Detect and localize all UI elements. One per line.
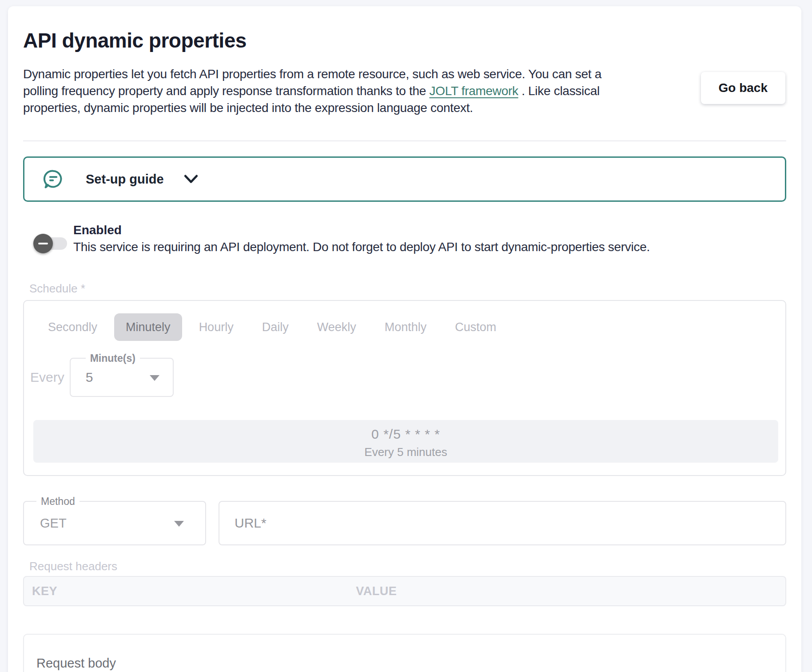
tab-monthly[interactable]: Monthly: [373, 313, 438, 341]
setup-guide-label: Set-up guide: [86, 172, 164, 187]
go-back-button[interactable]: Go back: [701, 72, 785, 104]
toggle-thumb-off: [33, 234, 53, 253]
setup-guide-panel[interactable]: Set-up guide: [23, 156, 786, 202]
request-body-label: Request body: [36, 656, 773, 671]
every-row: Every Minute(s) 5: [30, 358, 778, 397]
page-title: API dynamic properties: [23, 28, 786, 52]
page-header: API dynamic properties Dynamic propertie…: [23, 28, 786, 116]
chevron-down-icon[interactable]: [183, 174, 199, 184]
schedule-tabs: Secondly Minutely Hourly Daily Weekly Mo…: [36, 313, 778, 341]
minutes-select-label: Minute(s): [86, 352, 140, 364]
url-input[interactable]: [219, 502, 785, 544]
cron-expression: 0 */5 * * * *: [33, 427, 778, 442]
jolt-framework-link[interactable]: JOLT framework: [430, 84, 518, 98]
enabled-description: This service is requiring an API deploym…: [73, 239, 650, 255]
dropdown-caret-icon: [174, 521, 184, 527]
schedule-box: Secondly Minutely Hourly Daily Weekly Mo…: [23, 300, 786, 476]
minutes-select-value: 5: [86, 370, 93, 385]
method-select-label: Method: [36, 496, 80, 508]
tab-custom[interactable]: Custom: [443, 313, 508, 341]
header-divider: [23, 140, 786, 141]
cron-preview-box: 0 */5 * * * * Every 5 minutes: [33, 420, 778, 463]
every-label: Every: [30, 370, 64, 385]
tab-minutely[interactable]: Minutely: [114, 313, 182, 341]
schedule-label: Schedule *: [29, 282, 786, 296]
tab-hourly[interactable]: Hourly: [187, 313, 245, 341]
enabled-toggle[interactable]: [33, 234, 67, 253]
request-headers-label: Request headers: [29, 560, 786, 573]
toggle-off-dash-icon: [38, 243, 48, 244]
schedule-section: Schedule * Secondly Minutely Hourly Dail…: [23, 282, 786, 476]
url-field: [219, 501, 786, 545]
tab-weekly[interactable]: Weekly: [306, 313, 368, 341]
method-select[interactable]: Method GET: [23, 501, 206, 545]
enabled-toggle-texts: Enabled This service is requiring an API…: [73, 222, 650, 255]
enabled-toggle-row: Enabled This service is requiring an API…: [23, 222, 786, 255]
value-column-header: VALUE: [356, 584, 785, 598]
cron-readable-text: Every 5 minutes: [33, 445, 778, 459]
key-column-header: KEY: [32, 584, 356, 598]
tab-secondly[interactable]: Secondly: [36, 313, 109, 341]
minutes-select[interactable]: Minute(s) 5: [70, 358, 174, 397]
chat-bubble-icon: [42, 168, 64, 190]
method-url-row: Method GET: [23, 501, 786, 545]
request-body-field[interactable]: Request body: [23, 634, 786, 672]
page-description: Dynamic properties let you fetch API pro…: [23, 66, 632, 116]
tab-daily[interactable]: Daily: [251, 313, 300, 341]
request-headers-table-header: KEY VALUE: [23, 576, 786, 606]
dropdown-caret-icon: [150, 375, 159, 381]
api-dynamic-properties-card: API dynamic properties Dynamic propertie…: [8, 6, 801, 672]
method-select-value: GET: [40, 516, 67, 531]
enabled-label: Enabled: [73, 222, 650, 238]
